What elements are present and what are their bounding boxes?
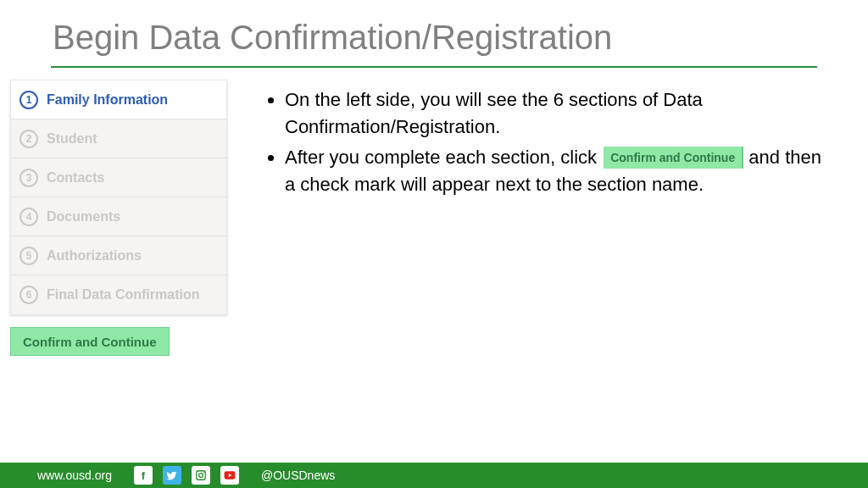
svg-point-1 — [199, 474, 203, 478]
step-number-icon: 5 — [19, 247, 38, 265]
footer-handle: @OUSDnews — [261, 469, 335, 482]
slide: Begin Data Confirmation/Registration 1 F… — [0, 0, 868, 488]
footer-bar: www.ousd.org f @OUSDnews — [0, 463, 868, 488]
step-label: Student — [47, 131, 97, 147]
step-number-icon: 2 — [19, 130, 38, 148]
sidebar-item-final-data-confirmation[interactable]: 6 Final Data Confirmation — [11, 275, 226, 314]
instagram-icon[interactable] — [192, 466, 210, 485]
sidebar-item-family-information[interactable]: 1 Family Information — [11, 80, 226, 119]
steps-sidebar: 1 Family Information 2 Student 3 Contact… — [10, 80, 227, 315]
step-number-icon: 3 — [19, 169, 38, 187]
svg-point-2 — [203, 472, 204, 473]
instruction-list: On the left side, you will see the 6 sec… — [263, 86, 822, 202]
instruction-bullet-1: On the left side, you will see the 6 sec… — [285, 86, 822, 141]
youtube-icon[interactable] — [220, 466, 239, 485]
sidebar-item-documents[interactable]: 4 Documents — [11, 197, 226, 236]
slide-title: Begin Data Confirmation/Registration — [53, 19, 612, 57]
sidebar-item-student[interactable]: 2 Student — [11, 119, 226, 158]
bullet-2-text-pre: After you complete each section, click — [285, 147, 597, 168]
twitter-icon[interactable] — [163, 466, 181, 485]
instruction-bullet-2: After you complete each section, click C… — [285, 144, 822, 198]
facebook-icon[interactable]: f — [134, 466, 153, 485]
sidebar-item-contacts[interactable]: 3 Contacts — [11, 158, 226, 197]
step-label: Family Information — [47, 92, 168, 108]
inline-confirm-chip: Confirm and Continue — [604, 147, 743, 169]
step-number-icon: 6 — [19, 286, 38, 304]
footer-url: www.ousd.org — [37, 469, 112, 482]
sidebar-item-authorizations[interactable]: 5 Authorizations — [11, 236, 226, 275]
step-label: Final Data Confirmation — [47, 287, 199, 302]
title-underline — [51, 66, 817, 68]
step-number-icon: 1 — [19, 91, 38, 109]
confirm-and-continue-button[interactable]: Confirm and Continue — [10, 327, 170, 356]
step-label: Contacts — [47, 170, 104, 186]
step-label: Authorizations — [47, 248, 142, 263]
step-label: Documents — [47, 209, 120, 225]
svg-rect-0 — [197, 471, 206, 480]
step-number-icon: 4 — [19, 208, 38, 226]
